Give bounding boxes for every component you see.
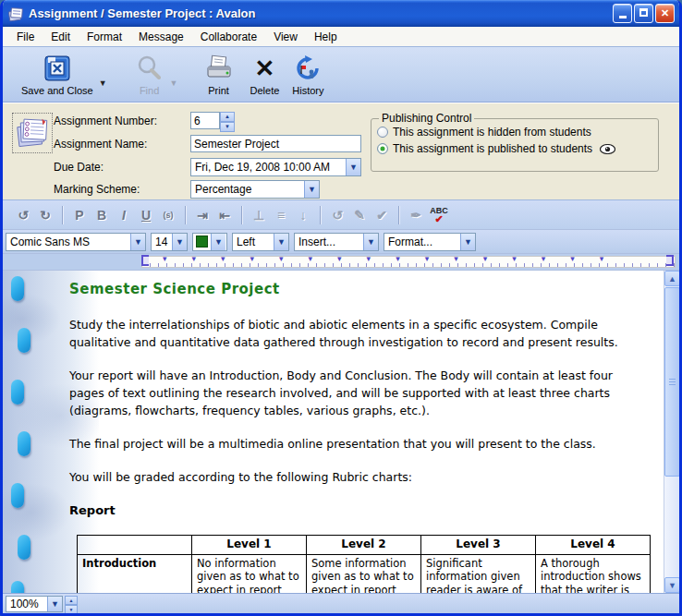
- chevron-down-icon: ▼: [460, 234, 475, 250]
- report-subheading: Report: [69, 501, 640, 520]
- binding-hole: [18, 535, 30, 560]
- delete-icon: ✕: [255, 53, 275, 84]
- pen-icon[interactable]: ✎: [348, 208, 371, 223]
- save-and-close-label: Save and Close: [21, 85, 93, 96]
- save-dropdown-arrow[interactable]: ▼: [99, 79, 107, 88]
- binding-hole: [11, 483, 24, 508]
- menu-item-edit[interactable]: Edit: [43, 29, 79, 45]
- maximize-button[interactable]: [634, 4, 653, 23]
- radio-hidden-option[interactable]: This assignment is hidden from students: [377, 126, 654, 139]
- revert-icon[interactable]: ↺: [326, 208, 348, 223]
- history-button[interactable]: History: [286, 51, 329, 98]
- table-cell: A thorough introduction shows that the w…: [536, 554, 651, 593]
- vertical-scrollbar[interactable]: ▲ ▼: [664, 271, 679, 593]
- strikethrough-icon[interactable]: (s): [157, 211, 179, 220]
- table-row: Introduction No information given as to …: [78, 554, 651, 593]
- table-cell: Significant information given reader is …: [421, 554, 536, 593]
- font-family-dropdown[interactable]: Comic Sans MS ▼: [6, 233, 146, 251]
- bold-icon[interactable]: B: [91, 208, 113, 223]
- hidden-option-label: This assignment is hidden from students: [393, 126, 591, 139]
- menu-item-view[interactable]: View: [265, 29, 306, 45]
- chevron-down-icon: ▼: [130, 234, 145, 250]
- table-header-cell: Level 4: [536, 535, 651, 554]
- document-editor[interactable]: Semester Science Project Study the inter…: [69, 271, 640, 593]
- font-size-dropdown[interactable]: 14 ▼: [151, 233, 188, 251]
- due-date-dropdown[interactable]: Fri, Dec 19, 2008 10:00 AM ▼: [190, 158, 361, 176]
- scrollbar-thumb[interactable]: [664, 287, 679, 477]
- alignment-dropdown[interactable]: Left ▼: [232, 233, 289, 251]
- format-value: Format...: [384, 236, 460, 248]
- print-button[interactable]: Print: [199, 51, 239, 98]
- publishing-control-title: Publishing Control: [379, 112, 474, 125]
- number-down-button[interactable]: ▼: [220, 122, 235, 132]
- published-option-label: This assignment is published to students: [393, 142, 592, 155]
- menubar: File Edit Format Message Collaborate Vie…: [3, 27, 679, 47]
- italic-icon[interactable]: I: [113, 208, 135, 223]
- left-margin-marker[interactable]: [141, 255, 149, 266]
- table-header-cell: [78, 535, 192, 554]
- menu-item-help[interactable]: Help: [306, 29, 346, 45]
- delete-label: Delete: [250, 85, 280, 96]
- table-header-cell: Level 3: [421, 535, 536, 554]
- scroll-up-button[interactable]: ▲: [664, 271, 679, 286]
- window-title: Assignment / Semester Project : Avalon: [29, 6, 611, 20]
- zoom-up-button[interactable]: ▲: [65, 596, 78, 605]
- approve-icon[interactable]: ✔: [371, 208, 393, 223]
- paragraph: The final project will be a multimedia o…: [69, 435, 640, 453]
- number-up-button[interactable]: ▲: [220, 112, 235, 122]
- format-toolbar: ↺ ↻ P B I U (s) ⇥ ⇤ ⊥ ≡ ↓ ↺ ✎ ✔ ✒ ABC ✔: [3, 200, 679, 230]
- zoom-dropdown[interactable]: 100% ▼: [6, 596, 63, 612]
- zoom-value: 100%: [6, 598, 47, 610]
- right-margin-marker[interactable]: [666, 255, 674, 266]
- indent-increase-icon[interactable]: ⇥: [191, 208, 213, 223]
- assignment-number-input[interactable]: [190, 112, 220, 129]
- menu-item-message[interactable]: Message: [130, 29, 192, 45]
- row-label-cell: Introduction: [78, 554, 192, 593]
- indent-decrease-icon[interactable]: ⇤: [213, 208, 236, 223]
- find-button[interactable]: Find: [129, 51, 170, 98]
- menu-item-file[interactable]: File: [8, 29, 43, 45]
- binding-hole: [18, 431, 30, 456]
- insert-dropdown[interactable]: Insert... ▼: [294, 233, 379, 251]
- radio-published-option[interactable]: This assignment is published to students: [377, 142, 654, 155]
- menu-item-format[interactable]: Format: [79, 29, 130, 45]
- due-date-value: Fri, Dec 19, 2008 10:00 AM: [191, 161, 346, 174]
- marking-scheme-label: Marking Scheme:: [54, 183, 190, 196]
- eye-icon[interactable]: [600, 144, 615, 154]
- chevron-down-icon: ▼: [274, 234, 288, 250]
- redo-icon[interactable]: ↻: [34, 208, 56, 223]
- rubric-table: Level 1 Level 2 Level 3 Level 4 Introduc…: [77, 535, 651, 593]
- binding-hole: [11, 276, 24, 301]
- signature-icon[interactable]: ✒: [405, 208, 427, 223]
- assignment-name-input[interactable]: [190, 135, 361, 152]
- undo-icon[interactable]: ↺: [12, 208, 34, 223]
- plain-text-icon[interactable]: P: [68, 208, 91, 223]
- tab-stop-icon[interactable]: ⊥: [248, 208, 270, 223]
- align-tab-icon[interactable]: ≡: [270, 208, 292, 223]
- assignments-stack-icon: [12, 113, 53, 153]
- font-family-value: Comic Sans MS: [6, 236, 130, 248]
- table-header-cell: Level 1: [192, 535, 307, 554]
- history-icon: [293, 53, 323, 84]
- paragraph: Study the interrelationships of biotic a…: [69, 316, 640, 351]
- move-down-icon[interactable]: ↓: [292, 208, 314, 223]
- find-dropdown-arrow[interactable]: ▼: [170, 79, 178, 88]
- font-color-dropdown[interactable]: ▼: [192, 233, 227, 251]
- save-and-close-button[interactable]: Save and Close: [16, 51, 99, 98]
- minimize-button[interactable]: [613, 4, 632, 23]
- document-area: Semester Science Project Study the inter…: [3, 271, 679, 593]
- titlebar: Assignment / Semester Project : Avalon ✕: [3, 0, 679, 27]
- delete-button[interactable]: ✕ Delete: [245, 51, 286, 98]
- zoom-down-button[interactable]: ▼: [65, 605, 78, 614]
- due-date-label: Due Date:: [54, 161, 190, 174]
- assignment-number-label: Assignment Number:: [54, 115, 190, 127]
- scroll-down-button[interactable]: ▼: [664, 577, 679, 593]
- close-button[interactable]: ✕: [655, 4, 675, 23]
- menu-item-collaborate[interactable]: Collaborate: [192, 29, 265, 45]
- format-dropdown[interactable]: Format... ▼: [384, 233, 476, 251]
- paragraph: You will be graded according to the foll…: [69, 468, 640, 486]
- underline-icon[interactable]: U: [135, 208, 157, 223]
- spellcheck-icon[interactable]: ABC ✔: [427, 207, 451, 223]
- assignment-name-label: Assignment Name:: [54, 138, 190, 151]
- marking-scheme-dropdown[interactable]: Percentage ▼: [190, 180, 320, 199]
